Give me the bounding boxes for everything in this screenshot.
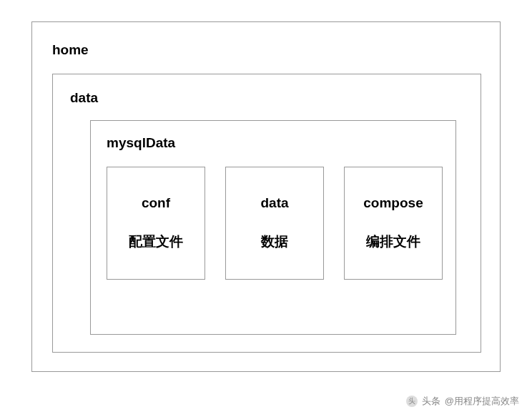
folder-compose: compose 编排文件 (344, 167, 443, 280)
mysqldata-container: mysqlData conf 配置文件 data 数据 compose 编排文件 (90, 120, 456, 335)
folder-desc: 数据 (261, 232, 288, 251)
folder-data: data 数据 (225, 167, 324, 280)
folder-title: data (260, 195, 288, 211)
folder-conf: conf 配置文件 (107, 167, 205, 280)
data-label: data (70, 90, 98, 106)
home-container: home data mysqlData conf 配置文件 data 数据 co… (31, 21, 501, 372)
folder-title: conf (142, 195, 170, 211)
folder-desc: 编排文件 (366, 232, 420, 251)
folder-row: conf 配置文件 data 数据 compose 编排文件 (107, 167, 443, 280)
source-icon: 头 (406, 396, 418, 407)
data-container: data mysqlData conf 配置文件 data 数据 compose… (52, 74, 481, 353)
source-prefix: 头条 (422, 395, 440, 408)
attribution-footer: 头 头条 @用程序提高效率 (406, 395, 519, 408)
source-author: @用程序提高效率 (445, 395, 519, 408)
folder-desc: 配置文件 (129, 232, 183, 251)
mysqldata-label: mysqlData (107, 135, 175, 151)
home-label: home (52, 42, 89, 58)
folder-title: compose (363, 195, 423, 211)
